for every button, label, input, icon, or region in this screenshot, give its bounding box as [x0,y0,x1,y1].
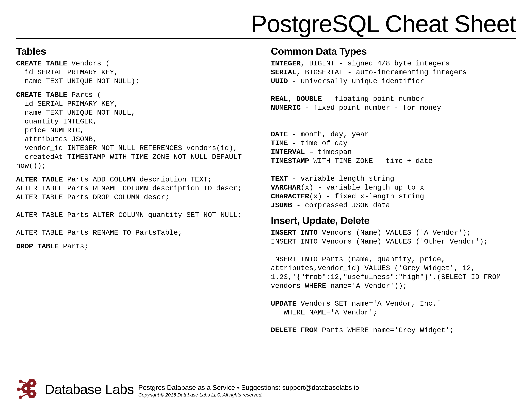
code-types: INTEGER, BIGINT - signed 4/8 byte intege… [271,59,516,210]
footer-logo-text: Database Labs [45,382,134,397]
database-labs-logo-icon [16,377,40,401]
footer-tagline: Postgres Database as a Service • Suggest… [138,384,359,392]
svg-point-11 [30,392,33,395]
left-column: Tables CREATE TABLE Vendors ( id SERIAL … [16,46,261,340]
code-drop: DROP TABLE Parts; [16,242,261,251]
footer-copyright: Copyright © 2016 Database Labs LLC. All … [138,392,359,398]
code-create-parts: CREATE TABLE Parts ( id SERIAL PRIMARY K… [16,91,261,170]
columns: Tables CREATE TABLE Vendors ( id SERIAL … [16,46,516,340]
footer-text-block: Postgres Database as a Service • Suggest… [138,381,359,398]
code-create-vendors: CREATE TABLE Vendors ( id SERIAL PRIMARY… [16,59,261,86]
svg-point-10 [24,387,27,390]
svg-point-7 [17,388,20,391]
page-title: PostgreSQL Cheat Sheet [16,11,516,39]
iud-heading: Insert, Update, Delete [271,215,516,226]
code-alter: ALTER TABLE Parts ADD COLUMN description… [16,175,261,237]
footer: Database Labs Postgres Database as a Ser… [16,377,516,401]
types-heading: Common Data Types [271,46,516,57]
svg-point-6 [19,380,22,383]
tables-heading: Tables [16,46,261,57]
svg-point-9 [30,382,33,385]
page: PostgreSQL Cheat Sheet Tables CREATE TAB… [0,0,532,411]
svg-point-8 [19,395,22,399]
right-column: Common Data Types INTEGER, BIGINT - sign… [271,46,516,340]
code-iud: INSERT INTO Vendors (Name) VALUES ('A Ve… [271,228,516,335]
